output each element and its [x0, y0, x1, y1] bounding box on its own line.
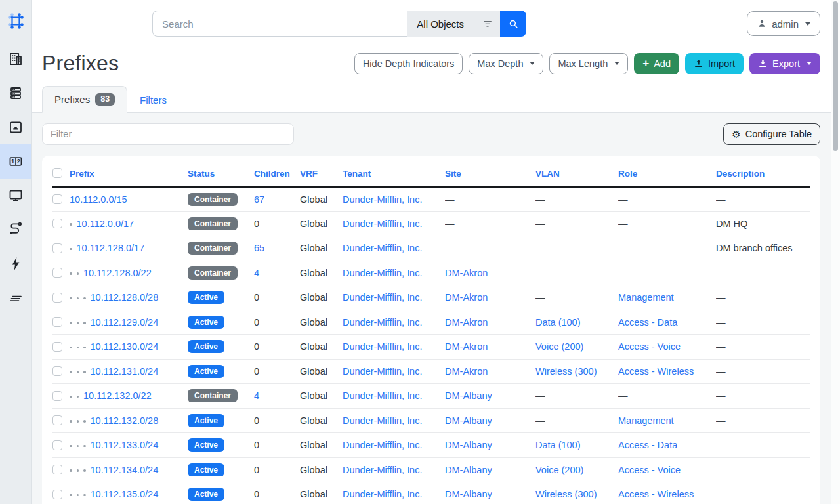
import-button[interactable]: Import [685, 53, 744, 74]
site-link[interactable]: DM-Akron [445, 292, 488, 303]
tenant-link[interactable]: Dunder-Mifflin, Inc. [343, 440, 422, 450]
max-length-dropdown[interactable]: Max Length [549, 53, 628, 74]
netbox-logo[interactable] [0, 0, 31, 42]
column-header-prefix[interactable]: Prefix [70, 169, 94, 178]
role-link[interactable]: Access - Data [618, 317, 677, 327]
prefix-link[interactable]: 10.112.131.0/24 [91, 366, 159, 377]
prefix-link[interactable]: 10.112.135.0/24 [91, 489, 159, 499]
tenant-link[interactable]: Dunder-Mifflin, Inc. [343, 341, 422, 352]
children-count[interactable]: 65 [254, 243, 264, 253]
prefix-link[interactable]: 10.112.128.0/28 [91, 292, 159, 303]
sidebar-item-power[interactable] [0, 247, 31, 281]
row-checkbox[interactable] [52, 440, 62, 450]
role-link[interactable]: Access - Voice [618, 341, 681, 352]
tenant-link[interactable]: Dunder-Mifflin, Inc. [343, 194, 422, 205]
search-filter-button[interactable] [474, 10, 500, 37]
configure-table-button[interactable]: ⚙ Configure Table [723, 123, 820, 145]
prefix-link[interactable]: 10.112.130.0/24 [91, 341, 159, 352]
tenant-link[interactable]: Dunder-Mifflin, Inc. [343, 292, 422, 303]
select-all-checkbox[interactable] [52, 168, 62, 178]
row-checkbox[interactable] [52, 415, 62, 425]
prefix-link[interactable]: 10.112.128.0/22 [83, 268, 152, 278]
role-link[interactable]: Access - Wireless [618, 366, 694, 377]
prefix-link[interactable]: 10.112.134.0/24 [91, 465, 159, 475]
sidebar-item-circuits[interactable] [0, 213, 31, 247]
hide-depth-indicators-button[interactable]: Hide Depth Indicators [354, 53, 463, 74]
site-link[interactable]: DM-Akron [445, 317, 488, 327]
tenant-link[interactable]: Dunder-Mifflin, Inc. [343, 489, 422, 499]
row-checkbox[interactable] [52, 342, 62, 352]
children-count[interactable]: 4 [254, 390, 259, 401]
tenant-link[interactable]: Dunder-Mifflin, Inc. [343, 366, 422, 377]
vlan-link[interactable]: Wireless (300) [536, 489, 597, 499]
row-checkbox[interactable] [52, 490, 62, 499]
user-menu-button[interactable]: admin [747, 11, 820, 36]
search-scope-dropdown[interactable]: All Objects [407, 10, 474, 37]
column-header-children[interactable]: Children [254, 169, 290, 178]
prefix-link[interactable]: 10.112.0.0/15 [70, 194, 127, 205]
site-link[interactable]: DM-Akron [445, 366, 488, 377]
role-link[interactable]: Access - Data [618, 440, 677, 450]
children-count[interactable]: 4 [254, 268, 259, 278]
prefix-link[interactable]: 10.112.132.0/28 [91, 415, 159, 426]
role-link[interactable]: Access - Wireless [618, 489, 694, 499]
prefix-link[interactable]: 10.112.132.0/22 [83, 390, 152, 401]
tenant-link[interactable]: Dunder-Mifflin, Inc. [343, 465, 422, 475]
scrollbar-thumb[interactable] [833, 1, 838, 151]
role-link[interactable]: Management [618, 415, 674, 426]
sidebar-item-virtualization[interactable] [0, 178, 31, 213]
search-submit-button[interactable] [500, 10, 526, 37]
export-dropdown-button[interactable]: Export [749, 53, 820, 74]
sidebar-item-connections[interactable] [0, 110, 31, 144]
row-checkbox[interactable] [52, 219, 62, 228]
sidebar-item-organization[interactable] [0, 42, 31, 76]
row-checkbox[interactable] [52, 268, 62, 278]
row-checkbox[interactable] [52, 194, 62, 204]
site-link[interactable]: DM-Akron [445, 341, 488, 352]
search-input[interactable] [152, 10, 407, 37]
row-checkbox[interactable] [52, 366, 62, 376]
column-header-tenant[interactable]: Tenant [343, 169, 371, 178]
vlan-link[interactable]: Voice (200) [536, 465, 583, 475]
prefix-link[interactable]: 10.112.129.0/24 [91, 317, 159, 327]
role-link[interactable]: Access - Voice [618, 465, 681, 475]
row-checkbox[interactable] [52, 293, 62, 303]
column-header-site[interactable]: Site [445, 169, 461, 178]
site-link[interactable]: DM-Albany [445, 465, 492, 475]
row-checkbox[interactable] [52, 465, 62, 474]
tenant-link[interactable]: Dunder-Mifflin, Inc. [343, 317, 422, 327]
tenant-link[interactable]: Dunder-Mifflin, Inc. [343, 219, 422, 229]
sidebar-item-devices[interactable] [0, 76, 31, 110]
add-button[interactable]: + Add [634, 53, 679, 74]
prefix-link[interactable]: 10.112.128.0/17 [77, 243, 145, 253]
tenant-link[interactable]: Dunder-Mifflin, Inc. [343, 268, 422, 278]
site-link[interactable]: DM-Albany [445, 489, 492, 499]
tab-prefixes[interactable]: Prefixes 83 [42, 86, 127, 113]
role-link[interactable]: Management [618, 292, 674, 303]
site-link[interactable]: DM-Albany [445, 415, 492, 426]
site-link[interactable]: DM-Albany [445, 440, 492, 450]
column-header-vlan[interactable]: VLAN [536, 169, 560, 178]
site-link[interactable]: DM-Albany [445, 390, 492, 401]
children-count[interactable]: 67 [254, 194, 264, 205]
column-header-vrf[interactable]: VRF [300, 169, 318, 178]
column-header-status[interactable]: Status [188, 169, 215, 178]
column-header-description[interactable]: Description [716, 169, 765, 178]
vlan-link[interactable]: Voice (200) [536, 341, 583, 352]
vlan-link[interactable]: Wireless (300) [536, 366, 597, 377]
prefix-link[interactable]: 10.112.0.0/17 [77, 219, 135, 229]
tenant-link[interactable]: Dunder-Mifflin, Inc. [343, 390, 422, 401]
quick-filter-input[interactable] [42, 123, 294, 145]
row-checkbox[interactable] [52, 317, 62, 327]
row-checkbox[interactable] [52, 243, 62, 253]
prefix-link[interactable]: 10.112.133.0/24 [91, 440, 159, 450]
tenant-link[interactable]: Dunder-Mifflin, Inc. [343, 415, 422, 426]
sidebar-item-ipam[interactable]: 12 [0, 144, 31, 178]
sidebar-item-misc[interactable] [0, 281, 31, 315]
max-depth-dropdown[interactable]: Max Depth [469, 53, 543, 74]
vlan-link[interactable]: Data (100) [536, 440, 581, 450]
row-checkbox[interactable] [52, 391, 62, 401]
tab-filters[interactable]: Filters [127, 87, 179, 113]
vlan-link[interactable]: Data (100) [536, 317, 581, 327]
site-link[interactable]: DM-Akron [445, 268, 488, 278]
